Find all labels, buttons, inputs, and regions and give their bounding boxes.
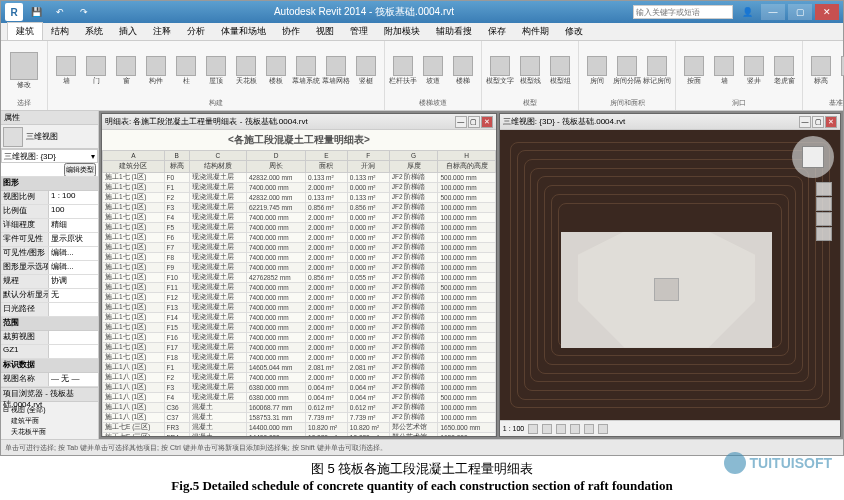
property-row[interactable]: 默认分析显示无 [1, 289, 98, 303]
table-cell[interactable]: F15 [164, 323, 189, 333]
table-cell[interactable]: F6 [164, 233, 189, 243]
table-cell[interactable]: 0.000 m² [347, 323, 389, 333]
table-cell[interactable]: 0.000 m² [347, 233, 389, 243]
column-header[interactable]: 结构材质 [189, 161, 246, 173]
table-cell[interactable]: 42762852 mm [247, 273, 306, 283]
table-cell[interactable]: 2.081 m² [347, 363, 389, 373]
user-icon[interactable]: 👤 [736, 4, 758, 20]
table-cell[interactable]: JF2 阶梯踏 [389, 173, 438, 183]
table-cell[interactable]: 0.000 m² [347, 343, 389, 353]
table-cell[interactable]: 0.133 m² [347, 173, 389, 183]
table-cell[interactable]: 0.000 m² [347, 373, 389, 383]
table-cell[interactable]: 现浇混凝土层 [189, 223, 246, 233]
table-cell[interactable]: 0.000 m² [347, 293, 389, 303]
view-close-button[interactable]: ✕ [481, 116, 493, 128]
table-cell[interactable]: JF2 阶梯踏 [389, 243, 438, 253]
table-cell[interactable]: JF2 阶梯踏 [389, 233, 438, 243]
table-cell[interactable]: 7400.000 mm [247, 253, 306, 263]
table-cell[interactable]: 郑公艺术馆 [389, 423, 438, 433]
table-cell[interactable]: 施工1七 (1区) [103, 303, 165, 313]
table-cell[interactable]: JF2 阶梯踏 [389, 193, 438, 203]
table-row[interactable]: 施工1八 (1区)C37混凝土158753.31 mm7.739 m²7.739… [103, 413, 496, 423]
tree-item[interactable]: 建筑平面 [3, 415, 96, 426]
table-cell[interactable]: 2.000 m² [306, 223, 348, 233]
schedule-table[interactable]: ABCDEFGH建筑分区标高结构材质周长面积开洞厚度自标高的高度施工1七 (1区… [102, 150, 496, 436]
table-cell[interactable]: 7400.000 mm [247, 183, 306, 193]
table-cell[interactable]: F12 [164, 293, 189, 303]
property-row[interactable]: 裁剪视图 [1, 331, 98, 345]
table-cell[interactable]: 施工1七 (1区) [103, 233, 165, 243]
table-cell[interactable]: JF2 阶梯踏 [389, 203, 438, 213]
table-cell[interactable]: 1650.000 mm [438, 433, 495, 437]
sun-path-icon[interactable] [556, 424, 566, 434]
table-cell[interactable]: 施工1八 (1区) [103, 383, 165, 393]
table-cell[interactable]: 7400.000 mm [247, 353, 306, 363]
qat-redo-icon[interactable]: ↷ [73, 4, 95, 20]
table-row[interactable]: 施工1七 (1区)F12现浇混凝土层7400.000 mm2.000 m²0.0… [103, 293, 496, 303]
table-cell[interactable]: 14400.000 mm [247, 423, 306, 433]
table-cell[interactable]: F10 [164, 273, 189, 283]
table-cell[interactable]: 2.000 m² [306, 233, 348, 243]
table-cell[interactable]: 2.000 m² [306, 353, 348, 363]
table-cell[interactable]: 7400.000 mm [247, 313, 306, 323]
nav-home-icon[interactable] [816, 182, 832, 196]
column-header[interactable]: 面积 [306, 161, 348, 173]
ribbon-tab[interactable]: 协作 [274, 23, 308, 40]
property-value[interactable] [49, 345, 98, 358]
table-cell[interactable]: 7400.000 mm [247, 283, 306, 293]
table-cell[interactable]: 现浇混凝土层 [189, 343, 246, 353]
table-cell[interactable]: 7400.000 mm [247, 263, 306, 273]
table-cell[interactable]: 施工1七 (1区) [103, 223, 165, 233]
table-cell[interactable]: 10.820 m² [306, 433, 348, 437]
table-row[interactable]: 施工1七 (1区)F6现浇混凝土层7400.000 mm2.000 m²0.00… [103, 233, 496, 243]
table-cell[interactable]: 14400.000 mm [247, 433, 306, 437]
table-cell[interactable]: 2.000 m² [306, 333, 348, 343]
table-row[interactable]: 施工1七 (1区)F1现浇混凝土层7400.000 mm2.000 m²0.00… [103, 183, 496, 193]
table-cell[interactable]: 100.000 mm [438, 343, 495, 353]
property-value[interactable]: 协调 [49, 275, 98, 288]
ribbon-button[interactable]: 模型文字 [486, 43, 514, 98]
table-cell[interactable]: 施工1七 (1区) [103, 293, 165, 303]
table-cell[interactable]: 100.000 mm [438, 293, 495, 303]
ribbon-tab[interactable]: 视图 [308, 23, 342, 40]
nav-orbit-icon[interactable] [816, 227, 832, 241]
table-cell[interactable]: 0.000 m² [347, 333, 389, 343]
ribbon-button[interactable]: 楼板 [262, 43, 290, 98]
table-cell[interactable]: 160068.77 mm [247, 403, 306, 413]
table-cell[interactable]: 2.000 m² [306, 323, 348, 333]
table-cell[interactable]: 现浇混凝土层 [189, 253, 246, 263]
scale-display[interactable]: 1 : 100 [503, 425, 524, 432]
column-header[interactable]: 周长 [247, 161, 306, 173]
ribbon-button[interactable]: 幕墙系统 [292, 43, 320, 98]
ribbon-button[interactable]: 老虎窗 [770, 43, 798, 98]
table-row[interactable]: 施工1七 (1区)F0现浇混凝土层42832.000 mm0.133 m²0.1… [103, 173, 496, 183]
property-value[interactable]: 无 [49, 289, 98, 302]
ribbon-tab[interactable]: 结构 [43, 23, 77, 40]
property-row[interactable]: 日光路径 [1, 303, 98, 317]
view-minimize-button[interactable]: — [799, 116, 811, 128]
table-row[interactable]: 施工1七 (1区)F17现浇混凝土层7400.000 mm2.000 m²0.0… [103, 343, 496, 353]
table-cell[interactable]: 现浇混凝土层 [189, 233, 246, 243]
table-cell[interactable]: 0.133 m² [347, 193, 389, 203]
table-row[interactable]: 施工1八 (1区)F1现浇混凝土层14605.044 mm2.081 m²2.0… [103, 363, 496, 373]
table-cell[interactable]: 现浇混凝土层 [189, 203, 246, 213]
table-cell[interactable]: 施工1八 (1区) [103, 393, 165, 403]
ribbon-button[interactable]: 幕墙网格 [322, 43, 350, 98]
table-cell[interactable]: 施工1七 (1区) [103, 243, 165, 253]
ribbon-button[interactable]: 标高 [807, 43, 835, 98]
tree-item[interactable]: ⊟ 视图 (全部) [3, 404, 96, 415]
table-row[interactable]: 施工1七 (1区)F16现浇混凝土层7400.000 mm2.000 m²0.0… [103, 333, 496, 343]
table-cell[interactable]: 2.000 m² [306, 213, 348, 223]
property-row[interactable]: 视图名称— 无 — [1, 373, 98, 387]
ribbon-button[interactable]: 标记房间 [643, 43, 671, 98]
table-cell[interactable]: F18 [164, 353, 189, 363]
table-cell[interactable]: 现浇混凝土层 [189, 383, 246, 393]
table-cell[interactable]: JF2 阶梯踏 [389, 303, 438, 313]
table-cell[interactable]: 施工1七 (1区) [103, 283, 165, 293]
table-cell[interactable]: 100.000 mm [438, 313, 495, 323]
table-cell[interactable]: 10.820 m² [306, 423, 348, 433]
table-row[interactable]: 施工1八 (1区)C36混凝土160068.77 mm0.612 m²0.612… [103, 403, 496, 413]
table-cell[interactable]: 7400.000 mm [247, 343, 306, 353]
table-cell[interactable]: F3 [164, 383, 189, 393]
table-row[interactable]: 施工1七 (1区)F4现浇混凝土层7400.000 mm2.000 m²0.00… [103, 213, 496, 223]
